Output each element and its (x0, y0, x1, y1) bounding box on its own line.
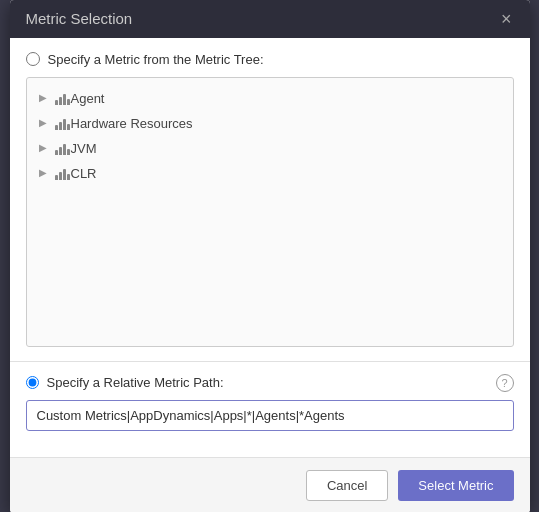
modal-container: Metric Selection × Specify a Metric from… (10, 0, 530, 512)
tree-icon-agent (55, 92, 71, 105)
metric-path-input[interactable] (26, 400, 514, 431)
select-metric-button[interactable]: Select Metric (398, 470, 513, 501)
modal-body: Specify a Metric from the Metric Tree: ▶… (10, 38, 530, 457)
metric-tree-radio[interactable] (26, 52, 40, 66)
modal-footer: Cancel Select Metric (10, 457, 530, 513)
expand-arrow-hardware: ▶ (39, 117, 51, 129)
close-button[interactable]: × (499, 10, 514, 28)
tree-icon-clr (55, 167, 71, 180)
tree-item-agent[interactable]: ▶ Agent (31, 86, 509, 111)
tree-item-clr[interactable]: ▶ CLR (31, 161, 509, 186)
tree-item-jvm[interactable]: ▶ JVM (31, 136, 509, 161)
metric-tree-label: Specify a Metric from the Metric Tree: (48, 52, 264, 67)
modal-title: Metric Selection (26, 10, 133, 27)
relative-path-option-row: Specify a Relative Metric Path: ? (26, 374, 514, 392)
tree-item-hardware[interactable]: ▶ Hardware Resources (31, 111, 509, 136)
tree-label-jvm: JVM (71, 141, 97, 156)
expand-arrow-clr: ▶ (39, 167, 51, 179)
tree-icon-jvm (55, 142, 71, 155)
expand-arrow-jvm: ▶ (39, 142, 51, 154)
help-icon[interactable]: ? (496, 374, 514, 392)
tree-label-agent: Agent (71, 91, 105, 106)
metric-tree-container: ▶ Agent ▶ Hardware Resources (26, 77, 514, 347)
tree-label-clr: CLR (71, 166, 97, 181)
expand-arrow-agent: ▶ (39, 92, 51, 104)
modal-header: Metric Selection × (10, 0, 530, 38)
relative-path-section: Specify a Relative Metric Path: ? (10, 361, 530, 431)
relative-path-radio[interactable] (26, 376, 39, 389)
cancel-button[interactable]: Cancel (306, 470, 388, 501)
relative-path-label: Specify a Relative Metric Path: (47, 375, 224, 390)
metric-tree-option-row: Specify a Metric from the Metric Tree: (26, 52, 514, 67)
tree-icon-hardware (55, 117, 71, 130)
tree-label-hardware: Hardware Resources (71, 116, 193, 131)
